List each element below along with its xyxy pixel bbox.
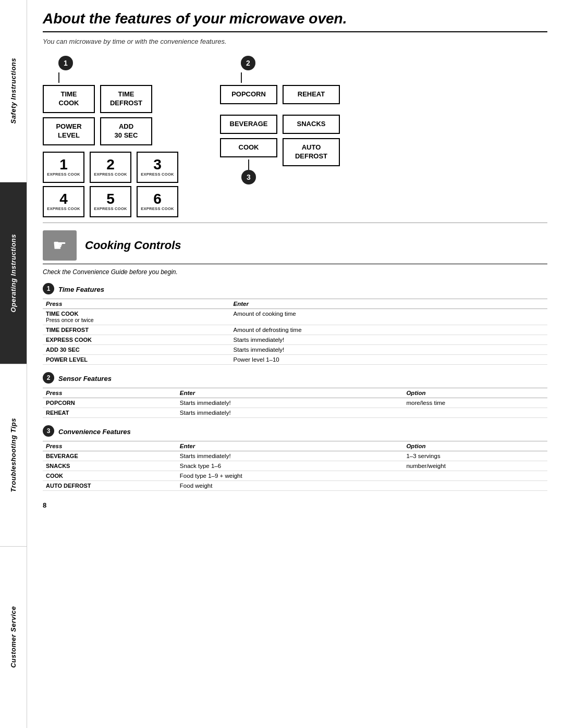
express-num-1: 1 bbox=[59, 157, 68, 172]
cc-title: Cooking Controls bbox=[85, 239, 181, 252]
th-option-3: Option bbox=[403, 441, 547, 451]
express-label-4: EXPRESS COOK bbox=[47, 206, 80, 211]
table-row: REHEAT Starts immediately! bbox=[43, 408, 547, 417]
sidebar-label-troubleshooting: Troubleshooting Tips bbox=[9, 418, 17, 492]
auto-defrost-button[interactable]: AUTODEFROST bbox=[283, 138, 340, 166]
enter-cell: Starts immediately! bbox=[177, 408, 403, 417]
sidebar: Safety Instructions Operating Instructio… bbox=[0, 0, 27, 728]
express-label-5: EXPRESS COOK bbox=[94, 206, 127, 211]
express-num-5: 5 bbox=[106, 192, 115, 206]
sidebar-operating: Operating Instructions bbox=[0, 182, 27, 365]
time-buttons-row: TIMECOOK TIMEDEFROST bbox=[43, 85, 210, 113]
express-label-6: EXPRESS COOK bbox=[141, 206, 174, 211]
sidebar-customer: Customer Service bbox=[0, 547, 27, 729]
table-row: COOK Food type 1–9 + weight bbox=[43, 471, 547, 480]
popcorn-button[interactable]: POPCORN bbox=[220, 85, 277, 104]
left-panel: 1 TIMECOOK TIMEDEFROST POWERLEVEL ADD30 … bbox=[43, 56, 210, 217]
table-row: ADD 30 SEC Starts immediately! bbox=[43, 344, 547, 354]
th-enter-3: Enter bbox=[177, 441, 403, 451]
express-row-2: 4 EXPRESS COOK 5 EXPRESS COOK 6 EXPRESS … bbox=[43, 186, 210, 217]
express-cook-6[interactable]: 6 EXPRESS COOK bbox=[137, 186, 178, 217]
enter-cell: Starts immediately! bbox=[177, 398, 403, 408]
press-cell: SNACKS bbox=[43, 461, 177, 471]
cc-header: ☛ Cooking Controls bbox=[43, 230, 547, 261]
auto-defrost-label: AUTODEFROST bbox=[295, 143, 327, 160]
sensor-features-table: Press Enter Option POPCORN Starts immedi… bbox=[43, 388, 547, 418]
sensor-features-badge: 2 bbox=[43, 372, 54, 384]
enter-cell: Food type 1–9 + weight bbox=[177, 471, 403, 480]
sensor-features-section: 2 Sensor Features Press Enter Option POP… bbox=[43, 372, 547, 418]
cook-label: COOK bbox=[239, 143, 259, 151]
express-grid: 1 EXPRESS COOK 2 EXPRESS COOK 3 EXPRESS … bbox=[43, 152, 210, 217]
express-cook-1[interactable]: 1 EXPRESS COOK bbox=[43, 152, 84, 183]
snacks-label: SNACKS bbox=[297, 120, 326, 128]
enter-cell: Snack type 1–6 bbox=[177, 461, 403, 471]
th-option-2: Option bbox=[403, 388, 547, 398]
press-cell: COOK bbox=[43, 471, 177, 480]
beverage-label: BEVERAGE bbox=[230, 120, 268, 128]
convenience-features-section: 3 Convenience Features Press Enter Optio… bbox=[43, 425, 547, 491]
main-content: About the features of your microwave ove… bbox=[27, 0, 563, 728]
time-features-section: 1 Time Features Press Enter TIME COOKPre… bbox=[43, 283, 547, 365]
option-cell: number/weight bbox=[403, 461, 547, 471]
power-add-row: POWERLEVEL ADD30 SEC bbox=[43, 117, 210, 145]
enter-cell: Power level 1–10 bbox=[230, 354, 547, 364]
th-enter-2: Enter bbox=[177, 388, 403, 398]
sensor-features-title: Sensor Features bbox=[58, 375, 112, 382]
table-row: TIME COOKPress once or twice Amount of c… bbox=[43, 309, 547, 325]
express-cook-5[interactable]: 5 EXPRESS COOK bbox=[90, 186, 131, 217]
popcorn-label: POPCORN bbox=[231, 90, 266, 98]
express-cook-4[interactable]: 4 EXPRESS COOK bbox=[43, 186, 84, 217]
convenience-features-title: Convenience Features bbox=[58, 428, 131, 436]
enter-cell: Food weight bbox=[177, 480, 403, 490]
table-row: POWER LEVEL Power level 1–10 bbox=[43, 354, 547, 364]
express-cook-2[interactable]: 2 EXPRESS COOK bbox=[90, 152, 131, 183]
press-cell: REHEAT bbox=[43, 408, 177, 417]
table-row: SNACKS Snack type 1–6 number/weight bbox=[43, 461, 547, 471]
time-defrost-label: TIMEDEFROST bbox=[110, 90, 142, 107]
option-cell: more/less time bbox=[403, 398, 547, 408]
th-press-1: Press bbox=[43, 299, 230, 309]
press-cell: POWER LEVEL bbox=[43, 354, 230, 364]
power-level-button[interactable]: POWERLEVEL bbox=[43, 117, 95, 145]
press-cell: ADD 30 SEC bbox=[43, 344, 230, 354]
press-cell: AUTO DEFROST bbox=[43, 480, 177, 490]
indicator-line-3a bbox=[248, 159, 249, 170]
enter-cell: Amount of cooking time bbox=[230, 309, 547, 325]
convenience-features-table: Press Enter Option BEVERAGE Starts immed… bbox=[43, 441, 547, 491]
sidebar-label-safety: Safety Instructions bbox=[9, 58, 17, 124]
enter-cell: Starts immediately! bbox=[177, 451, 403, 461]
indicator-line-1 bbox=[58, 72, 59, 83]
th-enter-1: Enter bbox=[230, 299, 547, 309]
press-cell: BEVERAGE bbox=[43, 451, 177, 461]
convenience-features-header: 3 Convenience Features bbox=[43, 425, 547, 439]
popcorn-reheat-row: POPCORN REHEAT bbox=[220, 85, 547, 104]
cook-button[interactable]: COOK bbox=[220, 138, 277, 157]
reheat-button[interactable]: REHEAT bbox=[283, 85, 340, 104]
add-30sec-label: ADD30 SEC bbox=[115, 122, 138, 139]
express-num-4: 4 bbox=[59, 192, 68, 206]
enter-cell: Amount of defrosting time bbox=[230, 325, 547, 335]
option-cell bbox=[403, 408, 547, 417]
sidebar-safety: Safety Instructions bbox=[0, 0, 27, 182]
time-features-badge: 1 bbox=[43, 283, 54, 294]
indicator-line-2 bbox=[241, 72, 242, 83]
express-num-3: 3 bbox=[153, 157, 162, 172]
add-30sec-button[interactable]: ADD30 SEC bbox=[100, 117, 152, 145]
time-cook-button[interactable]: TIMECOOK bbox=[43, 85, 95, 113]
top-section: 1 TIMECOOK TIMEDEFROST POWERLEVEL ADD30 … bbox=[43, 56, 547, 217]
snacks-button[interactable]: SNACKS bbox=[283, 115, 340, 134]
express-label-3: EXPRESS COOK bbox=[141, 172, 174, 177]
page-number: 8 bbox=[43, 501, 547, 509]
convenience-features-badge: 3 bbox=[43, 425, 54, 437]
power-level-label: POWERLEVEL bbox=[56, 122, 81, 139]
express-cook-3[interactable]: 3 EXPRESS COOK bbox=[137, 152, 178, 183]
time-features-header: 1 Time Features bbox=[43, 283, 547, 297]
press-cell: POPCORN bbox=[43, 398, 177, 408]
page-title: About the features of your microwave ove… bbox=[43, 10, 547, 27]
option-cell: 1–3 servings bbox=[403, 451, 547, 461]
beverage-button[interactable]: BEVERAGE bbox=[220, 115, 277, 134]
express-num-6: 6 bbox=[153, 192, 162, 206]
press-cell: TIME DEFROST bbox=[43, 325, 230, 335]
time-defrost-button[interactable]: TIMEDEFROST bbox=[100, 85, 152, 113]
